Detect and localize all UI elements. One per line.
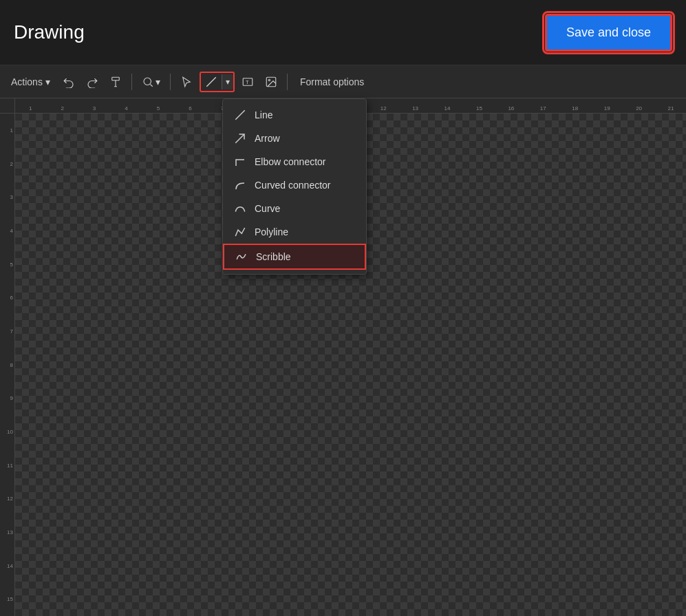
line-dropdown-arrow-icon: ▾: [226, 77, 230, 87]
polyline-icon: [234, 226, 246, 238]
ruler-v-tick: 11: [7, 463, 13, 469]
scribble-icon: [235, 251, 248, 263]
divider-1: [131, 74, 132, 90]
divider-3: [287, 74, 288, 90]
ruler-h-tick: 15: [476, 105, 482, 111]
paint-format-button[interactable]: [105, 73, 126, 91]
dropdown-item-scribble[interactable]: Scribble: [223, 244, 366, 270]
ruler-h-tick: 3: [93, 105, 96, 111]
zoom-button[interactable]: ▾: [138, 73, 164, 91]
dropdown-item-curve[interactable]: Curve: [223, 197, 366, 220]
undo-button[interactable]: [58, 73, 79, 91]
ruler-v-tick: 6: [10, 295, 13, 301]
ruler-h-tick: 2: [61, 105, 63, 111]
svg-point-0: [144, 78, 151, 85]
ruler-h-tick: 19: [604, 105, 610, 111]
ruler-v-tick: 15: [7, 596, 13, 602]
actions-label: Actions: [11, 76, 43, 87]
ruler-v-tick: 8: [10, 362, 13, 368]
format-options-button[interactable]: Format options: [293, 74, 371, 90]
svg-point-6: [268, 79, 270, 81]
ruler-v-tick: 3: [10, 194, 13, 200]
ruler-h-tick: 5: [157, 105, 160, 111]
redo-icon: [86, 76, 98, 88]
divider-2: [170, 74, 171, 90]
ruler-v-tick: 2: [10, 161, 13, 167]
svg-line-2: [206, 77, 216, 87]
dropdown-item-label-arrow: Arrow: [255, 133, 280, 144]
image-icon: [265, 76, 277, 88]
select-button[interactable]: [176, 73, 197, 91]
ruler-v-tick: 13: [7, 529, 13, 535]
line-icon: [234, 109, 246, 121]
curved-connector-icon: [234, 179, 246, 191]
line-dropdown-menu: LineArrowElbow connectorCurved connector…: [222, 98, 367, 275]
ruler-v-tick: 5: [10, 262, 13, 268]
ruler-h-tick: 17: [540, 105, 546, 111]
actions-button[interactable]: Actions ▾: [6, 74, 56, 90]
ruler-v-tick: 1: [10, 127, 13, 134]
ruler-h-tick: 12: [380, 105, 387, 111]
dropdown-item-label-elbow-connector: Elbow connector: [255, 156, 326, 167]
line-tool-button[interactable]: [201, 73, 222, 91]
ruler-v-tick: 9: [10, 395, 13, 401]
line-tool-icon: [205, 76, 217, 88]
cursor-icon: [180, 76, 193, 88]
elbow-icon: [234, 156, 246, 168]
paint-format-icon: [109, 76, 122, 88]
dropdown-item-elbow-connector[interactable]: Elbow connector: [223, 150, 366, 173]
svg-line-7: [235, 110, 245, 120]
word-art-icon: T: [242, 76, 254, 88]
line-dropdown-button[interactable]: ▾: [222, 74, 233, 89]
undo-icon: [63, 76, 75, 88]
ruler-v-tick: 7: [10, 328, 13, 334]
app-title: Drawing: [14, 21, 85, 43]
ruler-h-tick: 21: [668, 105, 674, 111]
dropdown-item-line[interactable]: Line: [223, 103, 366, 127]
line-tool-group: ▾: [200, 72, 235, 92]
ruler-v-tick: 10: [7, 429, 13, 435]
dropdown-item-polyline[interactable]: Polyline: [223, 220, 366, 244]
dropdown-item-label-curved-connector: Curved connector: [255, 180, 331, 191]
ruler-h-tick: 1: [29, 105, 32, 111]
ruler-h-tick: 6: [189, 105, 191, 111]
svg-line-1: [150, 84, 152, 86]
zoom-icon: [142, 76, 154, 88]
dropdown-item-label-curve: Curve: [255, 203, 280, 214]
ruler-h-tick: 4: [125, 105, 127, 111]
curve-icon: [234, 202, 246, 215]
ruler-h-tick: 14: [444, 105, 451, 111]
zoom-arrow-icon: ▾: [156, 76, 160, 87]
image-button[interactable]: [261, 73, 281, 91]
ruler-h-tick: 18: [572, 105, 578, 111]
ruler-v-tick: 12: [7, 496, 13, 502]
ruler-corner: [0, 98, 15, 114]
actions-chevron-icon: ▾: [45, 76, 50, 87]
word-art-button[interactable]: T: [237, 73, 258, 91]
header: Drawing Save and close: [0, 0, 686, 65]
svg-text:T: T: [246, 79, 249, 85]
ruler-h-tick: 13: [412, 105, 418, 111]
ruler-h-tick: 20: [636, 105, 642, 111]
redo-button[interactable]: [82, 73, 103, 91]
svg-line-8: [235, 134, 244, 143]
ruler-v-tick: 14: [7, 563, 13, 569]
ruler-vertical: 123456789101112131415: [0, 114, 15, 616]
ruler-h-tick: 16: [508, 105, 514, 111]
dropdown-item-arrow[interactable]: Arrow: [223, 127, 366, 150]
toolbar: Actions ▾ ▾: [0, 65, 686, 98]
save-close-button[interactable]: Save and close: [545, 14, 672, 52]
ruler-v-tick: 4: [10, 228, 13, 234]
dropdown-item-label-line: Line: [255, 109, 272, 120]
dropdown-item-label-polyline: Polyline: [255, 226, 288, 237]
arrow-icon: [234, 132, 246, 145]
dropdown-item-label-scribble: Scribble: [256, 251, 291, 262]
dropdown-item-curved-connector[interactable]: Curved connector: [223, 173, 366, 197]
